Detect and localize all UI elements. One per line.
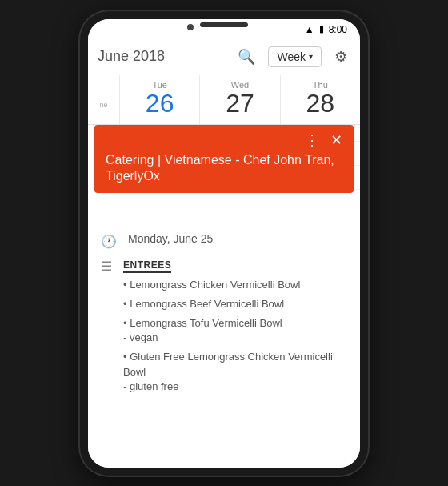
status-time: 8:00 <box>329 24 347 35</box>
week-view-button[interactable]: Week ▾ <box>268 46 322 67</box>
event-detail: 🕐 Monday, June 25 ☰ ENTREES • Lemongrass… <box>88 221 360 468</box>
day-number-wed: 27 <box>203 90 276 118</box>
clock-icon: 🕐 <box>101 234 117 249</box>
day-col-thu[interactable]: Thu 28 <box>281 75 360 124</box>
event-popup[interactable]: ⋮ ✕ Catering | Vietnamese - Chef John Tr… <box>94 125 354 194</box>
settings-button[interactable]: ⚙ <box>331 45 350 69</box>
search-button[interactable]: 🔍 <box>234 45 258 69</box>
event-close-button[interactable]: ✕ <box>330 133 342 147</box>
time-gutter: ne <box>88 75 120 124</box>
battery-icon: ▮ <box>319 24 324 34</box>
close-icon: ✕ <box>330 132 342 148</box>
signal-icon: ▲ <box>305 24 314 35</box>
menu-item-4: • Gluten Free Lemongrass Chicken Vermice… <box>123 350 347 394</box>
day-col-wed[interactable]: Wed 27 <box>200 75 280 124</box>
menu-content: ENTREES • Lemongrass Chicken Vermicelli … <box>123 257 347 399</box>
phone-speaker <box>200 22 248 27</box>
header-actions: 🔍 Week ▾ ⚙ <box>234 45 350 69</box>
detail-menu-row: ☰ ENTREES • Lemongrass Chicken Vermicell… <box>101 257 347 399</box>
menu-item-1: • Lemongrass Chicken Vermicelli Bowl <box>123 278 347 292</box>
app-header: June 2018 🔍 Week ▾ ⚙ <box>88 38 360 75</box>
search-icon: 🔍 <box>238 49 255 65</box>
day-col-tue[interactable]: Tue 26 <box>120 75 200 124</box>
detail-date-row: 🕐 Monday, June 25 <box>101 232 347 249</box>
day-name-wed: Wed <box>203 80 276 90</box>
event-title: Catering | Vietnamese - Chef John Tran, … <box>106 152 342 186</box>
day-name-thu: Thu <box>284 80 357 90</box>
menu-item-2: • Lemongrass Beef Vermicelli Bowl <box>123 297 347 311</box>
menu-icon: ☰ <box>101 259 112 274</box>
day-number-tue: 26 <box>123 90 196 118</box>
week-header: ne Tue 26 Wed 27 Thu 28 <box>88 75 360 125</box>
menu-item-3: • Lemongrass Tofu Vermicelli Bowl- vegan <box>123 316 347 345</box>
event-date: Monday, June 25 <box>128 232 213 245</box>
phone-frame: ▲ ▮ 8:00 June 2018 🔍 Week ▾ ⚙ <box>80 11 368 476</box>
week-label: Week <box>277 50 306 63</box>
menu-items-list: • Lemongrass Chicken Vermicelli Bowl • L… <box>123 278 347 394</box>
app-title: June 2018 <box>98 48 165 65</box>
event-more-button[interactable]: ⋮ <box>305 133 319 147</box>
day-name-tue: Tue <box>123 80 196 90</box>
chevron-down-icon: ▾ <box>309 52 313 61</box>
event-popup-header: ⋮ ✕ <box>106 133 342 147</box>
calendar-area: ⋮ ✕ Catering | Vietnamese - Chef John Tr… <box>88 125 360 468</box>
more-vert-icon: ⋮ <box>305 132 319 148</box>
phone-screen: ▲ ▮ 8:00 June 2018 🔍 Week ▾ ⚙ <box>88 19 360 468</box>
day-number-thu: 28 <box>284 90 357 118</box>
phone-camera <box>187 24 194 30</box>
gear-icon: ⚙ <box>334 49 347 65</box>
entrees-label: ENTREES <box>123 259 171 273</box>
